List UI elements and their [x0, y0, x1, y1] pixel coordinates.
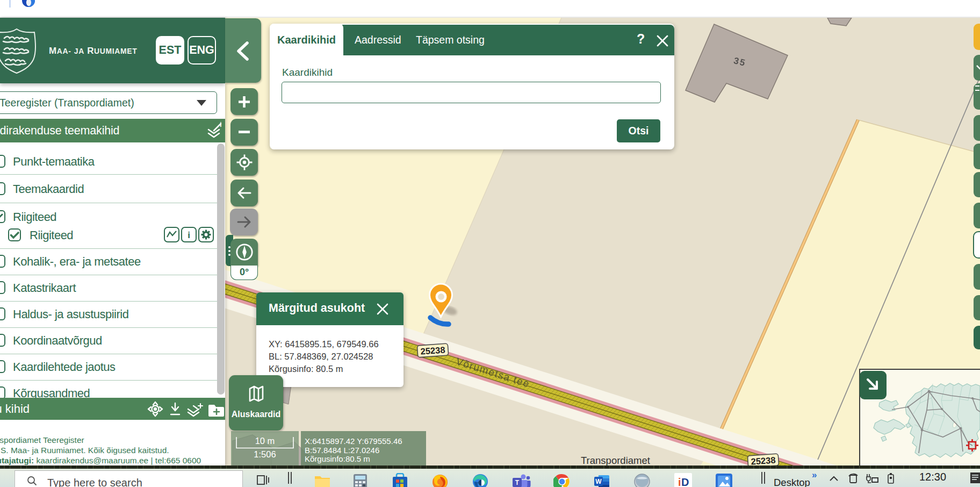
svg-text:i: i [678, 476, 681, 487]
svg-text:T: T [515, 479, 520, 486]
svg-text:i: i [220, 122, 222, 128]
svg-text:D: D [681, 476, 689, 487]
svg-text:i: i [188, 230, 190, 240]
svg-text:25238: 25238 [420, 345, 445, 356]
svg-text:Transpordiamet: Transpordiamet [581, 455, 650, 466]
svg-text:25238: 25238 [751, 455, 776, 466]
svg-text:W: W [595, 478, 602, 485]
